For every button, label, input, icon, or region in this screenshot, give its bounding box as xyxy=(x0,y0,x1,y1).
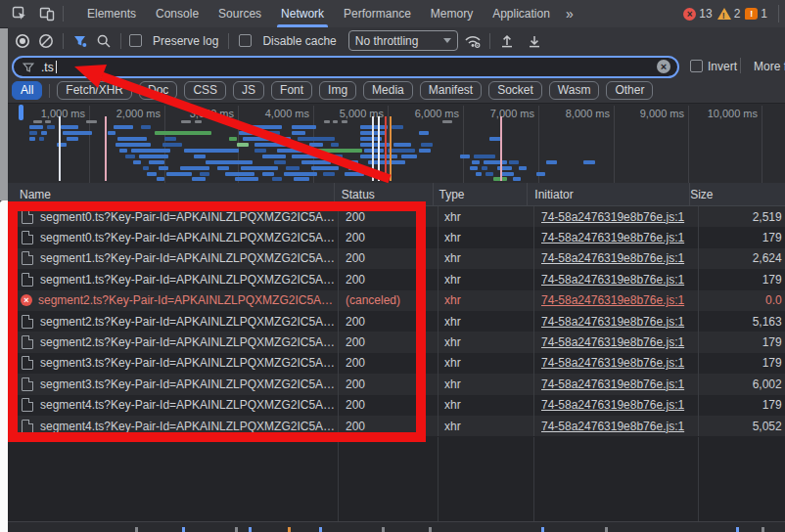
request-bar xyxy=(229,137,237,141)
document-icon xyxy=(22,335,33,349)
request-bar xyxy=(284,172,317,176)
tab-performance[interactable]: Performance xyxy=(334,0,421,27)
request-bar xyxy=(184,149,239,153)
initiator-link[interactable]: 74-58a2476319e8b76e.js:1 xyxy=(541,356,684,370)
type-value: xhr xyxy=(444,377,461,391)
table-row[interactable]: segment3.ts?Key-Pair-Id=APKAINLZLPQXMZG2… xyxy=(8,374,785,394)
initiator-link[interactable]: 74-58a2476319e8b76e.js:1 xyxy=(541,377,684,391)
column-header-size[interactable]: Size xyxy=(689,183,785,205)
table-row[interactable]: segment2.ts?Key-Pair-Id=APKAINLZLPQXMZG2… xyxy=(8,311,785,332)
column-header-name[interactable]: Name xyxy=(8,183,334,205)
initiator-link[interactable]: 74-58a2476319e8b76e.js:1 xyxy=(541,398,684,412)
chip-manifest[interactable]: Manifest xyxy=(420,81,482,100)
export-har-icon[interactable] xyxy=(498,32,516,50)
request-bar xyxy=(162,143,182,147)
initiator-link[interactable]: 74-58a2476319e8b76e.js:1 xyxy=(541,251,684,265)
initiator-link[interactable]: 74-58a2476319e8b76e.js:1 xyxy=(541,335,684,349)
tab-memory[interactable]: Memory xyxy=(421,0,483,27)
chip-font[interactable]: Font xyxy=(271,81,312,100)
table-row[interactable]: segment4.ts?Key-Pair-Id=APKAINLZLPQXMZG2… xyxy=(8,416,785,436)
initiator-link[interactable]: 74-58a2476319e8b76e.js:1 xyxy=(541,315,684,329)
initiator-link[interactable]: 74-58a2476319e8b76e.js:1 xyxy=(541,293,684,307)
page-background-strip xyxy=(0,5,8,200)
preserve-log-checkbox[interactable] xyxy=(129,34,142,47)
more-tabs-chevron[interactable]: » xyxy=(560,6,579,22)
record-icon[interactable] xyxy=(14,32,31,50)
chip-img[interactable]: Img xyxy=(319,81,356,100)
invert-checkbox[interactable] xyxy=(690,60,703,72)
network-conditions-icon[interactable] xyxy=(464,32,482,50)
chip-wasm[interactable]: Wasm xyxy=(549,81,600,100)
request-bar xyxy=(192,177,206,181)
chip-other[interactable]: Other xyxy=(606,81,653,100)
import-har-icon[interactable] xyxy=(526,32,543,50)
table-row[interactable]: segment4.ts?Key-Pair-Id=APKAINLZLPQXMZG2… xyxy=(8,395,785,416)
clear-filter-icon[interactable]: × xyxy=(657,60,670,73)
more-filters-button[interactable]: More filters xyxy=(754,60,785,73)
status-value: 200 xyxy=(346,335,365,349)
disable-cache-checkbox[interactable] xyxy=(239,34,252,47)
clear-icon[interactable] xyxy=(37,32,55,50)
request-bar xyxy=(41,131,47,135)
filter-input[interactable]: .ts × xyxy=(12,56,679,78)
chip-js[interactable]: JS xyxy=(233,81,264,100)
column-header-status[interactable]: Status xyxy=(334,183,433,205)
table-row[interactable]: segment1.ts?Key-Pair-Id=APKAINLZLPQXMZG2… xyxy=(8,248,785,269)
chip-css[interactable]: CSS xyxy=(184,81,226,100)
status-value: 200 xyxy=(346,210,365,224)
request-bar xyxy=(509,160,519,164)
request-bar xyxy=(277,137,291,141)
table-row[interactable]: segment1.ts?Key-Pair-Id=APKAINLZLPQXMZG2… xyxy=(8,269,785,289)
tab-elements[interactable]: Elements xyxy=(77,0,146,27)
tab-console[interactable]: Console xyxy=(146,0,208,27)
table-row[interactable]: segment0.ts?Key-Pair-Id=APKAINLZLPQXMZG2… xyxy=(8,227,785,247)
timeline-event-line xyxy=(59,116,61,181)
throttling-select[interactable]: No throttling xyxy=(348,30,459,51)
table-row[interactable]: ×segment2.ts?Key-Pair-Id=APKAINLZLPQXMZG… xyxy=(8,290,785,311)
timeline-tick-label: 9,000 ms xyxy=(610,108,684,119)
request-bar xyxy=(348,166,364,170)
initiator-cell: 74-58a2476319e8b76e.js:1 xyxy=(533,227,698,247)
table-row[interactable]: segment2.ts?Key-Pair-Id=APKAINLZLPQXMZG2… xyxy=(8,332,785,352)
tab-sources[interactable]: Sources xyxy=(208,0,271,27)
network-overview-timeline[interactable]: 1,000 ms2,000 ms3,000 ms4,000 ms5,000 ms… xyxy=(8,104,785,185)
tab-network[interactable]: Network xyxy=(271,0,334,27)
inspect-element-icon[interactable] xyxy=(12,6,27,22)
request-bar xyxy=(324,120,330,123)
initiator-link[interactable]: 74-58a2476319e8b76e.js:1 xyxy=(541,273,684,287)
initiator-link[interactable]: 74-58a2476319e8b76e.js:1 xyxy=(541,210,684,224)
requests-table: segment0.ts?Key-Pair-Id=APKAINLZLPQXMZG2… xyxy=(8,206,785,437)
filter-funnel-icon[interactable] xyxy=(71,32,89,50)
initiator-link[interactable]: 74-58a2476319e8b76e.js:1 xyxy=(541,231,684,244)
chip-media[interactable]: Media xyxy=(363,81,413,100)
timeline-event-line xyxy=(378,116,380,181)
chip-doc[interactable]: Doc xyxy=(139,81,177,100)
column-header-initiator[interactable]: Initiator xyxy=(527,183,689,205)
chip-all[interactable]: All xyxy=(12,81,42,100)
filter-row: .ts × Invert More filters xyxy=(8,54,785,78)
device-toolbar-icon[interactable] xyxy=(39,6,55,22)
request-bar xyxy=(323,172,335,176)
request-bar xyxy=(194,155,206,158)
table-row[interactable]: segment3.ts?Key-Pair-Id=APKAINLZLPQXMZG2… xyxy=(8,353,785,374)
chip-fetchxhr[interactable]: Fetch/XHR xyxy=(57,81,132,100)
type-value: xhr xyxy=(444,335,461,349)
error-badge[interactable]: × 13 xyxy=(683,7,712,21)
request-bar xyxy=(274,160,286,164)
chip-socket[interactable]: Socket xyxy=(488,81,542,100)
initiator-link[interactable]: 74-58a2476319e8b76e.js:1 xyxy=(541,420,684,433)
search-icon[interactable] xyxy=(95,32,113,50)
issues-badge[interactable]: ! 1 xyxy=(745,7,767,21)
type-cell: xhr xyxy=(438,311,533,332)
column-header-type[interactable]: Type xyxy=(433,183,528,205)
name-cell: segment0.ts?Key-Pair-Id=APKAINLZLPQXMZG2… xyxy=(8,227,338,247)
size-cell: 5,052 kB xyxy=(698,416,785,436)
request-name: segment3.ts?Key-Pair-Id=APKAINLZLPQXMZG2… xyxy=(40,377,335,391)
request-bar xyxy=(311,149,362,153)
status-badges: × 13 ! 2 ! 1 xyxy=(683,5,785,22)
warning-badge[interactable]: ! 2 xyxy=(717,7,741,21)
table-row[interactable]: segment0.ts?Key-Pair-Id=APKAINLZLPQXMZG2… xyxy=(8,206,785,227)
request-bar xyxy=(181,120,191,123)
status-cell: 200 xyxy=(338,374,438,394)
tab-application[interactable]: Application xyxy=(483,0,560,27)
